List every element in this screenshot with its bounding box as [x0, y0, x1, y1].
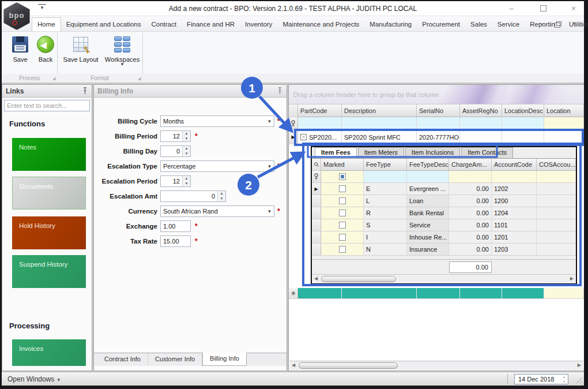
detail-hscrollbar[interactable]: ◀ ▶	[312, 274, 576, 283]
filter-description[interactable]	[342, 117, 417, 130]
hold-history-button[interactable]: Hold History	[12, 216, 86, 249]
spin-buttons[interactable]: ▲▼	[182, 176, 190, 186]
marked-checkbox[interactable]	[339, 246, 346, 253]
invoices-button[interactable]: Invoices	[12, 339, 86, 366]
cell-feetype[interactable]: S	[364, 219, 407, 231]
cell-chargeamt[interactable]: 0.00	[449, 231, 492, 244]
ribbon-tab-maintenance[interactable]: Maintenance and Projects	[277, 18, 364, 31]
exchange-input[interactable]: 1.00	[160, 220, 191, 232]
cell-feetype[interactable]: R	[364, 207, 407, 219]
col-description[interactable]: Description	[342, 104, 417, 117]
detail-row[interactable]: L Loan 0.00 1200	[312, 195, 576, 207]
ribbon-tab-home[interactable]: Home	[32, 17, 61, 31]
grid-scroll-thumb[interactable]	[299, 362, 398, 369]
tab-item-fees[interactable]: Item Fees	[315, 147, 357, 158]
ribbon-tab-sales[interactable]: Sales	[465, 18, 492, 31]
filter-assetregno[interactable]	[460, 117, 502, 130]
col-locationdesc[interactable]: LocationDesc	[502, 104, 544, 117]
dcol-accountcode[interactable]: AccountCode	[492, 159, 537, 171]
filter-serialno[interactable]	[417, 117, 460, 130]
cell-accountcode[interactable]: 1101	[492, 219, 537, 231]
tab-item-meters[interactable]: Item Meters	[358, 147, 404, 158]
minimize-button[interactable]: –	[502, 1, 521, 16]
filter-locationdesc[interactable]	[502, 117, 544, 130]
dfilter-chargeamt[interactable]	[449, 171, 492, 183]
resize-grip[interactable]	[575, 376, 582, 383]
cell-cosaccount[interactable]	[537, 244, 576, 256]
marked-filter-checkbox[interactable]	[339, 173, 346, 180]
cell-chargeamt[interactable]: 0.00	[449, 219, 492, 231]
cell-feetypedesc[interactable]: Evergreen ...	[407, 183, 449, 195]
detail-row[interactable]: ▶ E Evergreen ... 0.00 1202	[312, 183, 576, 195]
open-windows-button[interactable]: Open Windows ▼	[7, 375, 61, 383]
chevron-down-icon[interactable]: ▼	[265, 209, 274, 214]
ribbon-tab-procurement[interactable]: Procurement	[417, 18, 465, 31]
cell-accountcode[interactable]: 1203	[492, 244, 537, 256]
process-launcher-icon[interactable]: ◢	[52, 76, 55, 81]
spin-buttons[interactable]: ▲▼	[217, 191, 225, 201]
close-button[interactable]: ×	[564, 1, 583, 16]
cell-feetypedesc[interactable]: Insurance	[407, 244, 449, 256]
cell-cosaccount[interactable]	[537, 219, 576, 231]
tab-customer-info[interactable]: Customer Info	[148, 353, 202, 366]
ribbon-tab-contract[interactable]: Contract	[146, 18, 181, 31]
pin-icon[interactable]	[82, 87, 88, 95]
cell-feetypedesc[interactable]: Service	[407, 219, 449, 231]
scroll-left-icon[interactable]: ◀	[314, 276, 318, 281]
detail-row[interactable]: I Inhouse Re... 0.00 1201	[312, 231, 576, 244]
cell-chargeamt[interactable]: 0.00	[449, 195, 492, 207]
cell-feetypedesc[interactable]: Loan	[407, 195, 449, 207]
cell-cosaccount[interactable]	[537, 195, 576, 207]
cell-serialno[interactable]: 2020-7777HO	[417, 130, 460, 144]
format-launcher-icon[interactable]: ◢	[138, 76, 141, 81]
dfilter-accountcode[interactable]	[492, 171, 537, 183]
maximize-button[interactable]	[534, 1, 553, 16]
cell-assetregno[interactable]	[460, 130, 502, 144]
dfilter-cosaccount[interactable]	[537, 171, 576, 183]
links-search-input[interactable]	[5, 102, 91, 109]
suspend-history-button[interactable]: Suspend History	[12, 255, 86, 288]
cell-cosaccount[interactable]	[537, 207, 576, 219]
spin-buttons[interactable]: ▲▼	[182, 146, 190, 156]
cell-feetype[interactable]: N	[364, 244, 407, 256]
cell-chargeamt[interactable]: 0.00	[449, 207, 492, 219]
cell-cosaccount[interactable]	[537, 183, 576, 195]
escalation-type-combo[interactable]: Percentage▼	[160, 160, 274, 172]
tab-item-contacts[interactable]: Item Contacts	[461, 147, 513, 158]
ribbon-tab-equipment[interactable]: Equipment and Locations	[61, 18, 146, 31]
escalation-amt-spinner[interactable]: 0▲▼	[160, 190, 226, 202]
filter-location[interactable]	[544, 117, 584, 130]
billing-day-spinner[interactable]: 0▲▼	[160, 145, 191, 157]
dcol-feetypedesc[interactable]: FeeTypeDesc	[407, 159, 449, 171]
mdi-close-button[interactable]: ×	[567, 20, 581, 28]
dcol-cosaccount[interactable]: COSAccou...	[537, 159, 576, 171]
quick-access-dropdown-icon[interactable]: ▾	[38, 4, 46, 10]
escalation-period-spinner[interactable]: 12▲▼	[160, 175, 191, 187]
col-location[interactable]: Location	[544, 104, 584, 117]
save-layout-button[interactable]: 🔧︎ Save Layout	[63, 34, 99, 71]
filter-partcode[interactable]	[298, 117, 342, 130]
cell-feetype[interactable]: L	[364, 195, 407, 207]
chevron-down-icon[interactable]: ▼	[265, 164, 274, 169]
cell-partcode[interactable]: −SP2020...	[298, 130, 342, 144]
cell-accountcode[interactable]: 1200	[492, 195, 537, 207]
tax-rate-input[interactable]: 15.00	[160, 235, 191, 247]
cell-feetype[interactable]: I	[364, 231, 407, 244]
col-partcode[interactable]: PartCode	[298, 104, 342, 117]
cell-cosaccount[interactable]	[537, 231, 576, 244]
cell-description[interactable]: SP2020 Sprint MFC	[342, 130, 417, 144]
currency-combo[interactable]: South African Rand▼	[160, 205, 274, 217]
grid-new-row[interactable]: ✳	[289, 288, 584, 299]
scroll-right-icon[interactable]: ▶	[570, 276, 574, 281]
group-by-area[interactable]: Drag a column header here to group by th…	[289, 85, 584, 104]
ribbon-tab-finance[interactable]: Finance and HR	[182, 18, 240, 31]
dfilter-feetypedesc[interactable]	[407, 171, 449, 183]
marked-checkbox[interactable]	[339, 185, 346, 192]
billing-cycle-combo[interactable]: Months▼	[160, 115, 274, 127]
dcol-feetype[interactable]: FeeType	[364, 159, 407, 171]
ribbon-tab-service[interactable]: Service	[492, 18, 525, 31]
col-assetregno[interactable]: AssetRegNo	[460, 104, 502, 117]
scroll-left-icon[interactable]: ◀	[292, 362, 295, 368]
marked-checkbox[interactable]	[339, 222, 346, 229]
cell-accountcode[interactable]: 1204	[492, 207, 537, 219]
